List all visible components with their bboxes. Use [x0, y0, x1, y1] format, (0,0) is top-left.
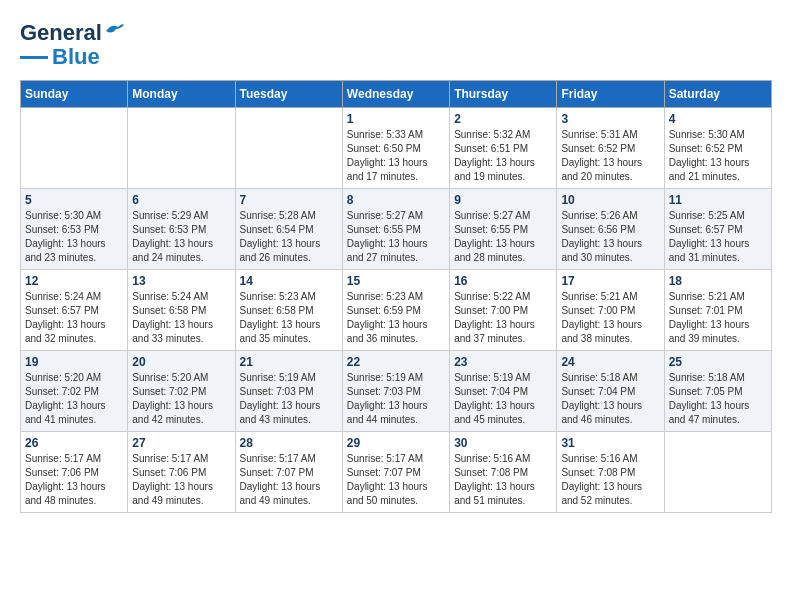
calendar-cell: 22Sunrise: 5:19 AM Sunset: 7:03 PM Dayli… [342, 351, 449, 432]
day-number: 19 [25, 355, 123, 369]
day-number: 18 [669, 274, 767, 288]
week-row-3: 12Sunrise: 5:24 AM Sunset: 6:57 PM Dayli… [21, 270, 772, 351]
day-info: Sunrise: 5:31 AM Sunset: 6:52 PM Dayligh… [561, 128, 659, 184]
day-number: 9 [454, 193, 552, 207]
day-info: Sunrise: 5:20 AM Sunset: 7:02 PM Dayligh… [132, 371, 230, 427]
header-day-saturday: Saturday [664, 81, 771, 108]
calendar-cell: 30Sunrise: 5:16 AM Sunset: 7:08 PM Dayli… [450, 432, 557, 513]
calendar-cell: 11Sunrise: 5:25 AM Sunset: 6:57 PM Dayli… [664, 189, 771, 270]
day-number: 23 [454, 355, 552, 369]
calendar-cell: 5Sunrise: 5:30 AM Sunset: 6:53 PM Daylig… [21, 189, 128, 270]
calendar-cell: 28Sunrise: 5:17 AM Sunset: 7:07 PM Dayli… [235, 432, 342, 513]
calendar-cell: 17Sunrise: 5:21 AM Sunset: 7:00 PM Dayli… [557, 270, 664, 351]
header-day-wednesday: Wednesday [342, 81, 449, 108]
calendar-cell: 12Sunrise: 5:24 AM Sunset: 6:57 PM Dayli… [21, 270, 128, 351]
day-info: Sunrise: 5:17 AM Sunset: 7:06 PM Dayligh… [132, 452, 230, 508]
calendar-cell: 27Sunrise: 5:17 AM Sunset: 7:06 PM Dayli… [128, 432, 235, 513]
calendar-cell [235, 108, 342, 189]
calendar-cell: 19Sunrise: 5:20 AM Sunset: 7:02 PM Dayli… [21, 351, 128, 432]
logo-general: General [20, 20, 102, 46]
header-day-sunday: Sunday [21, 81, 128, 108]
day-number: 2 [454, 112, 552, 126]
day-number: 26 [25, 436, 123, 450]
calendar-cell: 18Sunrise: 5:21 AM Sunset: 7:01 PM Dayli… [664, 270, 771, 351]
calendar-cell: 29Sunrise: 5:17 AM Sunset: 7:07 PM Dayli… [342, 432, 449, 513]
day-number: 17 [561, 274, 659, 288]
calendar-cell: 7Sunrise: 5:28 AM Sunset: 6:54 PM Daylig… [235, 189, 342, 270]
calendar-cell: 6Sunrise: 5:29 AM Sunset: 6:53 PM Daylig… [128, 189, 235, 270]
week-row-1: 1Sunrise: 5:33 AM Sunset: 6:50 PM Daylig… [21, 108, 772, 189]
day-info: Sunrise: 5:19 AM Sunset: 7:03 PM Dayligh… [347, 371, 445, 427]
day-info: Sunrise: 5:16 AM Sunset: 7:08 PM Dayligh… [454, 452, 552, 508]
day-info: Sunrise: 5:29 AM Sunset: 6:53 PM Dayligh… [132, 209, 230, 265]
day-number: 29 [347, 436, 445, 450]
day-number: 11 [669, 193, 767, 207]
day-number: 13 [132, 274, 230, 288]
day-number: 5 [25, 193, 123, 207]
day-number: 8 [347, 193, 445, 207]
header-day-friday: Friday [557, 81, 664, 108]
day-info: Sunrise: 5:30 AM Sunset: 6:52 PM Dayligh… [669, 128, 767, 184]
calendar-body: 1Sunrise: 5:33 AM Sunset: 6:50 PM Daylig… [21, 108, 772, 513]
day-info: Sunrise: 5:17 AM Sunset: 7:06 PM Dayligh… [25, 452, 123, 508]
day-number: 25 [669, 355, 767, 369]
calendar-cell: 1Sunrise: 5:33 AM Sunset: 6:50 PM Daylig… [342, 108, 449, 189]
day-info: Sunrise: 5:23 AM Sunset: 6:59 PM Dayligh… [347, 290, 445, 346]
day-number: 31 [561, 436, 659, 450]
calendar-cell: 24Sunrise: 5:18 AM Sunset: 7:04 PM Dayli… [557, 351, 664, 432]
day-info: Sunrise: 5:33 AM Sunset: 6:50 PM Dayligh… [347, 128, 445, 184]
day-info: Sunrise: 5:24 AM Sunset: 6:57 PM Dayligh… [25, 290, 123, 346]
day-info: Sunrise: 5:20 AM Sunset: 7:02 PM Dayligh… [25, 371, 123, 427]
calendar-cell [664, 432, 771, 513]
calendar-cell: 13Sunrise: 5:24 AM Sunset: 6:58 PM Dayli… [128, 270, 235, 351]
week-row-2: 5Sunrise: 5:30 AM Sunset: 6:53 PM Daylig… [21, 189, 772, 270]
day-info: Sunrise: 5:19 AM Sunset: 7:04 PM Dayligh… [454, 371, 552, 427]
calendar-cell: 20Sunrise: 5:20 AM Sunset: 7:02 PM Dayli… [128, 351, 235, 432]
day-info: Sunrise: 5:24 AM Sunset: 6:58 PM Dayligh… [132, 290, 230, 346]
day-number: 6 [132, 193, 230, 207]
calendar-cell [128, 108, 235, 189]
day-number: 21 [240, 355, 338, 369]
calendar-cell: 2Sunrise: 5:32 AM Sunset: 6:51 PM Daylig… [450, 108, 557, 189]
calendar-cell: 10Sunrise: 5:26 AM Sunset: 6:56 PM Dayli… [557, 189, 664, 270]
calendar-cell: 25Sunrise: 5:18 AM Sunset: 7:05 PM Dayli… [664, 351, 771, 432]
calendar-table: SundayMondayTuesdayWednesdayThursdayFrid… [20, 80, 772, 513]
day-number: 27 [132, 436, 230, 450]
calendar-cell: 4Sunrise: 5:30 AM Sunset: 6:52 PM Daylig… [664, 108, 771, 189]
day-info: Sunrise: 5:27 AM Sunset: 6:55 PM Dayligh… [454, 209, 552, 265]
day-info: Sunrise: 5:28 AM Sunset: 6:54 PM Dayligh… [240, 209, 338, 265]
week-row-4: 19Sunrise: 5:20 AM Sunset: 7:02 PM Dayli… [21, 351, 772, 432]
day-info: Sunrise: 5:16 AM Sunset: 7:08 PM Dayligh… [561, 452, 659, 508]
page-header: General Blue [20, 20, 772, 70]
day-info: Sunrise: 5:23 AM Sunset: 6:58 PM Dayligh… [240, 290, 338, 346]
day-info: Sunrise: 5:27 AM Sunset: 6:55 PM Dayligh… [347, 209, 445, 265]
day-number: 7 [240, 193, 338, 207]
calendar-header: SundayMondayTuesdayWednesdayThursdayFrid… [21, 81, 772, 108]
calendar-cell: 31Sunrise: 5:16 AM Sunset: 7:08 PM Dayli… [557, 432, 664, 513]
header-day-monday: Monday [128, 81, 235, 108]
day-info: Sunrise: 5:18 AM Sunset: 7:04 PM Dayligh… [561, 371, 659, 427]
day-info: Sunrise: 5:19 AM Sunset: 7:03 PM Dayligh… [240, 371, 338, 427]
calendar-cell: 26Sunrise: 5:17 AM Sunset: 7:06 PM Dayli… [21, 432, 128, 513]
calendar-cell: 9Sunrise: 5:27 AM Sunset: 6:55 PM Daylig… [450, 189, 557, 270]
day-info: Sunrise: 5:17 AM Sunset: 7:07 PM Dayligh… [347, 452, 445, 508]
day-number: 14 [240, 274, 338, 288]
day-number: 4 [669, 112, 767, 126]
day-info: Sunrise: 5:30 AM Sunset: 6:53 PM Dayligh… [25, 209, 123, 265]
day-number: 12 [25, 274, 123, 288]
day-number: 16 [454, 274, 552, 288]
week-row-5: 26Sunrise: 5:17 AM Sunset: 7:06 PM Dayli… [21, 432, 772, 513]
day-number: 22 [347, 355, 445, 369]
day-number: 10 [561, 193, 659, 207]
day-info: Sunrise: 5:25 AM Sunset: 6:57 PM Dayligh… [669, 209, 767, 265]
day-number: 30 [454, 436, 552, 450]
day-info: Sunrise: 5:32 AM Sunset: 6:51 PM Dayligh… [454, 128, 552, 184]
day-number: 24 [561, 355, 659, 369]
day-info: Sunrise: 5:17 AM Sunset: 7:07 PM Dayligh… [240, 452, 338, 508]
header-day-thursday: Thursday [450, 81, 557, 108]
calendar-cell: 23Sunrise: 5:19 AM Sunset: 7:04 PM Dayli… [450, 351, 557, 432]
day-info: Sunrise: 5:21 AM Sunset: 7:00 PM Dayligh… [561, 290, 659, 346]
calendar-cell: 3Sunrise: 5:31 AM Sunset: 6:52 PM Daylig… [557, 108, 664, 189]
calendar-cell: 8Sunrise: 5:27 AM Sunset: 6:55 PM Daylig… [342, 189, 449, 270]
day-info: Sunrise: 5:18 AM Sunset: 7:05 PM Dayligh… [669, 371, 767, 427]
